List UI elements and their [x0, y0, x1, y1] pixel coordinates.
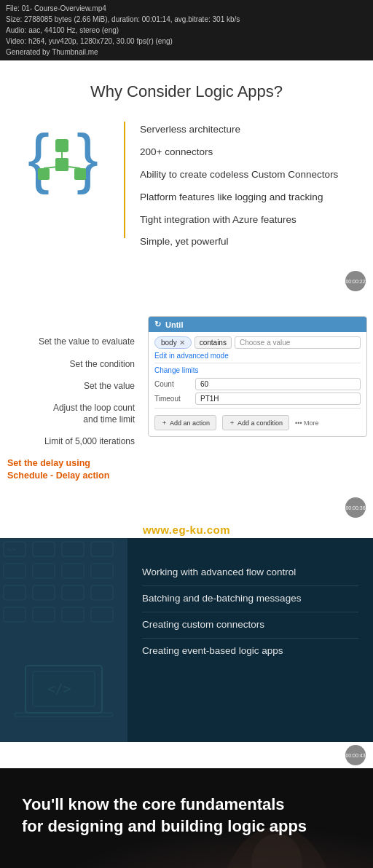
svg-rect-19 — [33, 585, 55, 600]
watermark-section: www.eg-ku.com — [0, 521, 373, 538]
svg-rect-24 — [62, 607, 84, 622]
choose-value-label: Choose a value — [240, 339, 291, 347]
count-row: Count 60 — [154, 378, 361, 390]
change-limits-link[interactable]: Change limits — [154, 366, 199, 374]
tech-pattern-bg: </> </> — [0, 538, 127, 742]
until-card-header: ↻ Until — [149, 317, 366, 332]
timeout-value: PT1H — [200, 395, 219, 403]
count-label: Count — [154, 380, 191, 388]
svg-text:</>: </> — [7, 546, 16, 553]
why-divider — [124, 122, 125, 238]
step-2: Set the condition — [7, 353, 135, 375]
svg-rect-15 — [33, 564, 55, 578]
dark-left-panel: </> </> — [0, 538, 127, 742]
until-footer: ＋ Add an action ＋ Add a condition ••• Mo… — [154, 411, 361, 432]
svg-rect-2 — [55, 139, 68, 152]
add-action-icon: ＋ — [161, 418, 168, 427]
fundamentals-text: You'll know the core fundamentals for de… — [0, 768, 373, 859]
until-divider — [154, 363, 361, 363]
timestamp-3: 00:00:43 — [345, 753, 365, 758]
timestamp-row-3: 00:00:43 — [0, 742, 373, 768]
timeout-label: Timeout — [154, 395, 191, 403]
until-icon: ↻ — [154, 320, 161, 329]
timeout-value-field[interactable]: PT1H — [195, 392, 361, 405]
why-title: Why Consider Logic Apps? — [15, 82, 358, 101]
add-condition-label: Add a condition — [237, 419, 283, 427]
step-3: Set the value — [7, 375, 135, 397]
why-item-2: 200+ connectors — [140, 141, 338, 164]
svg-rect-11 — [33, 542, 55, 556]
file-info-line4: Video: h264, yuv420p, 1280x720, 30.00 fp… — [6, 36, 367, 47]
until-card-body: body ✕ contains Choose a value Edit in a… — [149, 332, 366, 436]
until-edit-link[interactable]: Edit in advanced mode — [154, 352, 361, 360]
count-value: 60 — [200, 380, 208, 388]
svg-rect-17 — [91, 564, 113, 578]
step-1: Set the value to evaluate — [7, 331, 135, 352]
svg-rect-5 — [74, 168, 86, 180]
svg-text:}: } — [76, 126, 98, 194]
why-item-3: Ability to create codeless Custom Connec… — [140, 164, 338, 186]
why-icon-area: { } — [15, 119, 109, 206]
svg-rect-14 — [4, 564, 25, 578]
why-item-5: Tight integration with Azure features — [140, 209, 338, 232]
watermark-text: www.eg-ku.com — [143, 524, 230, 536]
file-info-bar: File: 01- Course-Overview.mp4 Size: 2788… — [0, 0, 373, 60]
dark-item-1: Working with advanced flow control — [142, 560, 358, 586]
svg-rect-20 — [62, 585, 84, 600]
step-6-highlight: Set the delay usingSchedule - Delay acti… — [7, 452, 135, 487]
until-contains-select[interactable]: contains — [195, 336, 232, 349]
svg-text:</>: </> — [47, 681, 71, 696]
timestamp-2: 00:00:36 — [345, 505, 365, 510]
file-info-line1: File: 01- Course-Overview.mp4 — [6, 3, 367, 14]
svg-rect-4 — [38, 168, 50, 180]
until-divider-2 — [154, 408, 361, 409]
dark-item-4: Creating event-based logic apps — [142, 639, 358, 664]
file-info-line3: Audio: aac, 44100 Hz, stereo (eng) — [6, 25, 367, 36]
file-info-line5: Generated by Thumbnail.me — [6, 47, 367, 58]
play-badge-3[interactable]: 00:00:43 — [345, 745, 366, 765]
body-tag-label: body — [161, 339, 177, 347]
count-value-field[interactable]: 60 — [195, 378, 361, 390]
until-section: Set the value to evaluate Set the condit… — [0, 294, 373, 494]
fundamentals-line2: for designing and building logic apps — [22, 817, 307, 835]
body-tag-close[interactable]: ✕ — [179, 339, 185, 347]
svg-rect-16 — [62, 564, 84, 578]
step-5: Limit of 5,000 iterations — [7, 430, 135, 452]
dark-section: </> </> Working with advance — [0, 538, 373, 742]
until-right-panel: ↻ Until body ✕ contains Choose a value — [142, 309, 373, 487]
step-4: Adjust the loop countand time limit — [7, 397, 135, 430]
fundamentals-line1: You'll know the core fundamentals — [22, 795, 285, 813]
svg-rect-12 — [62, 542, 84, 556]
dark-item-3: Creating custom connectors — [142, 612, 358, 639]
contains-label: contains — [200, 339, 227, 347]
timeout-row: Timeout PT1H — [154, 392, 361, 405]
until-card: ↻ Until body ✕ contains Choose a value — [148, 316, 367, 437]
svg-rect-25 — [91, 607, 113, 622]
dark-topics-list: Working with advanced flow control Batch… — [142, 560, 358, 664]
svg-rect-28 — [15, 713, 113, 717]
add-action-btn[interactable]: ＋ Add an action — [154, 415, 216, 430]
svg-text:{: { — [28, 126, 50, 194]
svg-rect-23 — [33, 607, 55, 622]
add-condition-btn[interactable]: ＋ Add a condition — [222, 415, 289, 430]
timestamp-1: 00:00:22 — [345, 279, 365, 284]
dark-right-panel: Working with advanced flow control Batch… — [127, 538, 373, 742]
timestamp-row-1: 00:00:22 — [0, 268, 373, 294]
svg-rect-3 — [55, 158, 68, 171]
add-action-label: Add an action — [170, 419, 210, 427]
until-steps-list: Set the value to evaluate Set the condit… — [7, 309, 135, 487]
add-condition-icon: ＋ — [229, 418, 235, 427]
dark-item-2: Batching and de-batching messages — [142, 586, 358, 612]
why-item-6: Simple, yet powerful — [140, 231, 338, 253]
play-badge-2[interactable]: 00:00:36 — [345, 497, 366, 518]
more-options[interactable]: ••• More — [295, 419, 318, 427]
svg-rect-22 — [4, 607, 25, 622]
until-left-panel: Set the value to evaluate Set the condit… — [0, 309, 142, 487]
until-value-input[interactable]: Choose a value — [235, 336, 361, 349]
play-badge-1[interactable]: 00:00:22 — [345, 271, 366, 291]
why-item-4: Platform features like logging and track… — [140, 186, 338, 209]
change-limits-row: Change limits — [154, 366, 361, 374]
file-info-line2: Size: 2788085 bytes (2.66 MiB), duration… — [6, 14, 367, 25]
until-body-tag[interactable]: body ✕ — [154, 336, 192, 349]
svg-rect-13 — [91, 542, 113, 556]
